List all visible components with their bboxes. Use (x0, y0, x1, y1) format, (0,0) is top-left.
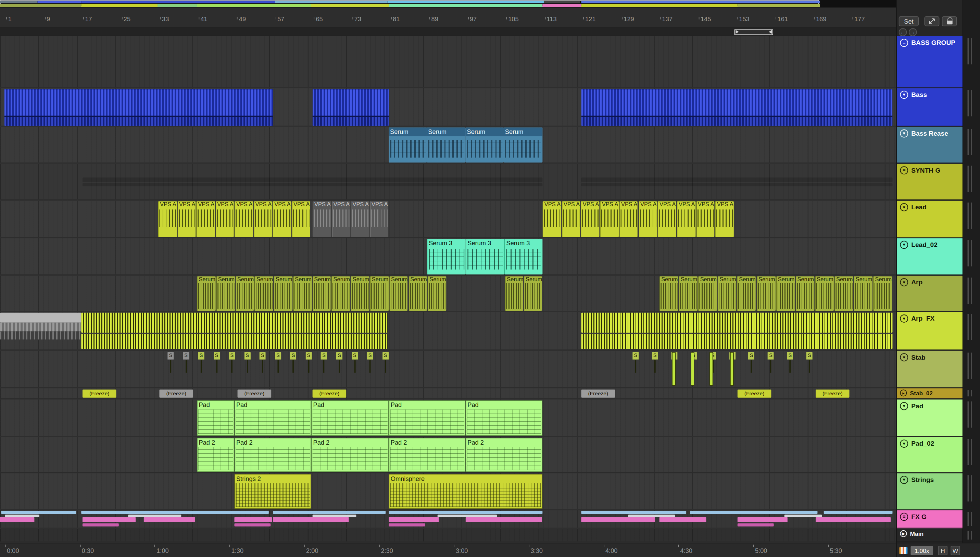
clip[interactable]: Pad (197, 400, 234, 436)
track-header-lead[interactable]: ▾Lead (897, 201, 963, 238)
clip[interactable]: Serum 3 (466, 239, 504, 274)
fold-icon[interactable]: ▾ (900, 91, 908, 99)
loop-brace[interactable] (735, 29, 773, 35)
clip[interactable] (0, 517, 34, 522)
clip[interactable] (710, 352, 713, 386)
clip[interactable] (128, 515, 181, 517)
clip[interactable]: VPS A (215, 202, 234, 237)
clip[interactable] (83, 517, 136, 522)
clip[interactable]: VPS A (600, 202, 618, 237)
clip[interactable] (690, 511, 817, 514)
clip[interactable]: Serum (254, 277, 273, 311)
lane-bass-group[interactable] (0, 36, 896, 88)
clip[interactable]: Serum (197, 277, 215, 311)
clip[interactable] (437, 515, 497, 517)
clip[interactable]: S (183, 352, 189, 377)
clip[interactable]: VPS A (313, 202, 331, 237)
clip[interactable] (273, 511, 386, 514)
clip[interactable]: S (352, 352, 358, 377)
clip[interactable]: VPS A (677, 202, 696, 237)
clip[interactable]: Pad (388, 400, 466, 436)
zoom-diagonal-button[interactable] (925, 16, 939, 26)
lane-main[interactable] (0, 529, 896, 542)
clip[interactable]: Pad 2 (466, 438, 543, 472)
clip[interactable]: Serum (776, 277, 795, 311)
clip[interactable]: Strings 2 (234, 474, 311, 509)
clip[interactable]: VPS A (351, 202, 369, 237)
clip[interactable]: (Freeze) (816, 389, 850, 398)
clip[interactable] (0, 323, 81, 332)
fold-icon[interactable]: ▾ (900, 402, 908, 410)
clip[interactable]: Serum (235, 277, 254, 311)
clip[interactable] (581, 183, 892, 186)
fold-icon[interactable]: ▾ (900, 241, 908, 249)
clip[interactable]: S (275, 352, 281, 377)
clip[interactable] (81, 334, 387, 349)
clip[interactable]: Serum (388, 127, 427, 162)
clip[interactable]: S (321, 352, 327, 377)
clip[interactable] (581, 89, 892, 126)
clip[interactable]: S (806, 352, 813, 377)
clip[interactable] (388, 523, 425, 526)
clip[interactable]: Serum (274, 277, 293, 311)
fold-icon[interactable]: ▾ (900, 440, 908, 448)
clip[interactable] (785, 515, 822, 517)
track-header-fx-g[interactable]: ≡FX G (897, 510, 963, 528)
track-header-bass-group[interactable]: ≡BASS GROUP (897, 36, 963, 88)
clip[interactable]: S (382, 352, 388, 377)
clip[interactable]: Serum (698, 277, 717, 311)
clip[interactable]: VPS A (658, 202, 676, 237)
clip[interactable] (738, 517, 788, 522)
clip[interactable] (144, 517, 195, 522)
clip[interactable]: S (367, 352, 373, 377)
clip[interactable]: VPS A (639, 202, 657, 237)
clip[interactable]: S (167, 352, 174, 377)
clip[interactable]: VPS A (177, 202, 195, 237)
clip[interactable]: S (244, 352, 250, 377)
clip[interactable]: S (306, 352, 312, 377)
clip[interactable]: Serum (737, 277, 756, 311)
clip[interactable]: Pad 2 (311, 438, 388, 472)
clip[interactable] (388, 517, 439, 522)
arrangement-overview[interactable] (0, 0, 896, 8)
track-header-stab-02[interactable]: ▸Stab_02 (897, 388, 963, 399)
clip[interactable]: VPS A (196, 202, 215, 237)
fold-icon[interactable]: ▾ (900, 314, 908, 323)
clip[interactable]: (Freeze) (581, 389, 615, 398)
width-zoom-button[interactable]: W (951, 546, 960, 555)
clip[interactable]: Serum (854, 277, 873, 311)
clip[interactable] (738, 523, 774, 526)
clip[interactable]: S (198, 352, 205, 377)
clip[interactable] (81, 511, 269, 514)
clip[interactable]: VPS A (562, 202, 580, 237)
clip[interactable] (0, 331, 81, 339)
clip[interactable] (313, 89, 389, 126)
clip[interactable]: Pad 2 (388, 438, 466, 472)
clip[interactable] (313, 517, 349, 522)
clip[interactable]: S (768, 352, 774, 377)
set-button[interactable]: Set (899, 16, 919, 26)
clip[interactable]: Pad (234, 400, 311, 436)
clip[interactable]: S (749, 352, 755, 377)
clip[interactable]: VPS A (234, 202, 253, 237)
fold-icon[interactable]: ▾ (900, 353, 908, 362)
clip[interactable]: Serum (834, 277, 853, 311)
clip[interactable]: Serum (293, 277, 312, 311)
marker-lane[interactable] (0, 28, 896, 36)
clip[interactable]: S (787, 352, 793, 377)
clip[interactable]: Serum 3 (504, 239, 543, 274)
clip[interactable]: (Freeze) (159, 389, 193, 398)
clip[interactable]: Serum (370, 277, 388, 311)
group-icon[interactable]: ≡ (900, 39, 908, 47)
clip[interactable] (234, 523, 270, 526)
clip[interactable]: S (213, 352, 219, 377)
clip[interactable]: Serum (428, 277, 446, 311)
fold-icon[interactable]: ▾ (900, 203, 908, 211)
clip[interactable]: VPS A (291, 202, 310, 237)
clip[interactable] (388, 511, 543, 514)
track-header-strings[interactable]: ▾Strings (897, 474, 963, 510)
lock-button[interactable] (942, 16, 957, 26)
clip[interactable]: Pad (466, 400, 543, 436)
clip[interactable] (0, 313, 81, 323)
clip[interactable]: Serum (332, 277, 350, 311)
